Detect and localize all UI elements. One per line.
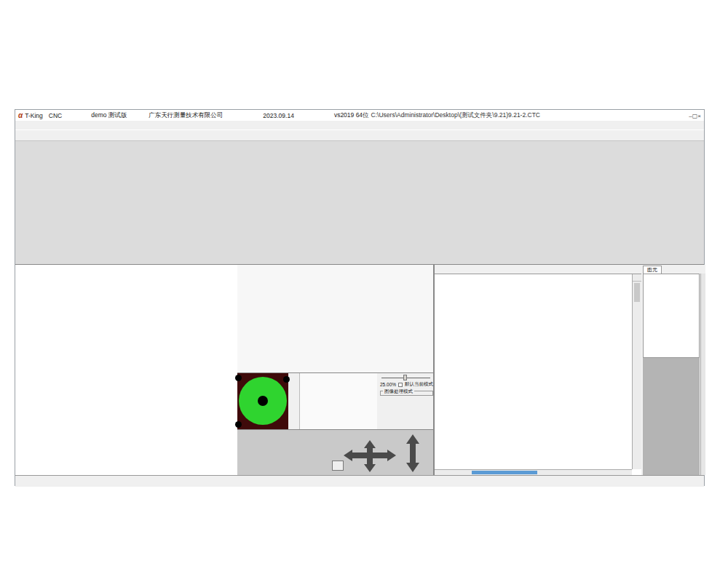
app-logo-icon: α	[18, 111, 23, 119]
xy-jog-control[interactable]	[344, 440, 396, 472]
hscroll-track[interactable]	[441, 470, 625, 475]
z-jog-control[interactable]	[406, 434, 419, 472]
element-panel: 图元	[641, 265, 705, 475]
light-sliders	[300, 373, 377, 429]
brightness-row: 25.00% 默认当前模式	[380, 381, 433, 388]
light-control-panel: 25.00% 默认当前模式 图像处理模式	[237, 372, 434, 429]
jog-right-arrow-icon[interactable]	[387, 450, 396, 461]
app-edition: demo 测试版	[91, 111, 127, 120]
jog-down-arrow-icon[interactable]	[364, 464, 376, 472]
vscroll-thumb[interactable]	[634, 283, 640, 302]
results-panel	[434, 265, 641, 475]
brightness-slider[interactable]	[381, 375, 430, 380]
toolbar	[15, 129, 704, 141]
z-bar	[410, 443, 416, 463]
page: α T-King CNC demo 测试版 广东天行测量技术有限公司 2023.…	[0, 0, 728, 574]
tab-element[interactable]: 图元	[643, 266, 662, 274]
window-close-button[interactable]: ×	[697, 113, 701, 119]
jog-y-bar	[367, 447, 373, 465]
results-tabs	[435, 265, 641, 274]
lower-region: 25.00% 默认当前模式 图像处理模式	[15, 264, 704, 475]
scroll-up-icon[interactable]	[633, 274, 641, 282]
camera-strip	[15, 141, 704, 264]
ring-dot	[283, 376, 290, 383]
element-vscrollbar[interactable]	[700, 274, 705, 475]
app-product: CNC	[49, 112, 62, 119]
default-mode-label: 默认当前模式	[405, 381, 433, 388]
status-bar	[15, 475, 704, 487]
company-name: 广东天行测量技术有限公司	[149, 111, 223, 120]
app-brand: T-King	[25, 112, 43, 119]
results-hscrollbar[interactable]	[435, 469, 632, 475]
app-window: α T-King CNC demo 测试版 广东天行测量技术有限公司 2023.…	[15, 109, 705, 486]
slope-button[interactable]	[332, 461, 344, 471]
ring-light-preview[interactable]	[237, 373, 288, 429]
build-date: 2023.09.14	[263, 112, 294, 119]
element-panel-empty-area	[643, 358, 700, 475]
middle-column: 25.00% 默认当前模式 图像处理模式	[237, 265, 434, 475]
ring-dot	[235, 375, 242, 381]
light-options: 25.00% 默认当前模式 图像处理模式	[377, 373, 440, 429]
menu-bar	[15, 121, 704, 129]
results-vscrollbar[interactable]	[632, 274, 641, 469]
hscroll-thumb[interactable]	[472, 471, 537, 474]
file-path: C:\Users\Administrator\Desktop\(测试文件夹\9.…	[371, 111, 540, 120]
build-info: vs2019 64位	[334, 111, 369, 120]
element-table	[643, 274, 700, 358]
title-bar: α T-King CNC demo 测试版 广东天行测量技术有限公司 2023.…	[15, 110, 704, 121]
image-mode-group-label: 图像处理模式	[383, 388, 414, 395]
ring-light-icon	[239, 377, 287, 425]
feature-list-panel	[15, 265, 237, 475]
element-tabs: 图元	[641, 265, 705, 274]
brightness-value: 25.00%	[380, 382, 396, 387]
image-mode-group: 图像处理模式	[380, 391, 433, 396]
measure-toolbox	[237, 265, 434, 372]
coordinate-readout	[237, 429, 434, 476]
z-down-arrow-icon[interactable]	[406, 463, 419, 472]
default-mode-checkbox[interactable]	[398, 383, 403, 387]
slider-thumb[interactable]	[403, 375, 407, 380]
window-controls: –▢×	[689, 112, 701, 119]
ring-dot	[235, 421, 242, 428]
results-table	[435, 274, 632, 469]
light-mode-buttons	[288, 373, 300, 429]
